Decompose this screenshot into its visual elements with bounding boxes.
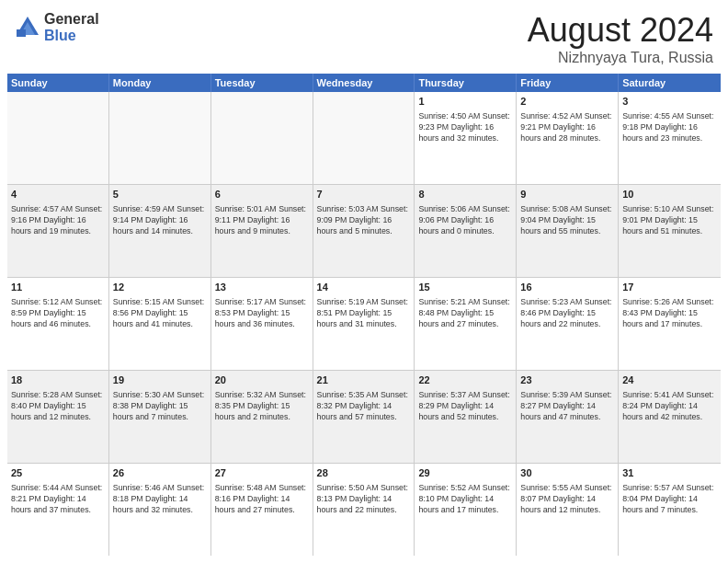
calendar-cell-r1-c5: 9Sunrise: 5:08 AM Sunset: 9:04 PM Daylig… (517, 185, 619, 277)
calendar-cell-r3-c5: 23Sunrise: 5:39 AM Sunset: 8:27 PM Dayli… (517, 371, 619, 463)
calendar-cell-r0-c3 (313, 92, 415, 184)
calendar-cell-r3-c1: 19Sunrise: 5:30 AM Sunset: 8:38 PM Dayli… (109, 371, 211, 463)
calendar-cell-r0-c4: 1Sunrise: 4:50 AM Sunset: 9:23 PM Daylig… (415, 92, 517, 184)
day-number: 22 (418, 373, 512, 387)
weekday-sunday: Sunday (7, 74, 109, 92)
day-info: Sunrise: 5:06 AM Sunset: 9:06 PM Dayligh… (418, 203, 512, 237)
calendar-cell-r0-c1 (109, 92, 211, 184)
day-number: 30 (520, 466, 614, 480)
day-info: Sunrise: 5:52 AM Sunset: 8:10 PM Dayligh… (418, 482, 512, 516)
day-info: Sunrise: 5:03 AM Sunset: 9:09 PM Dayligh… (317, 203, 411, 237)
day-number: 14 (317, 281, 411, 294)
calendar-cell-r1-c1: 5Sunrise: 4:59 AM Sunset: 9:14 PM Daylig… (109, 185, 211, 277)
day-number: 23 (520, 373, 614, 387)
day-info: Sunrise: 5:21 AM Sunset: 8:48 PM Dayligh… (418, 296, 512, 330)
day-number: 1 (418, 95, 512, 109)
day-number: 3 (622, 95, 717, 109)
day-info: Sunrise: 5:48 AM Sunset: 8:16 PM Dayligh… (215, 482, 309, 516)
calendar-cell-r2-c2: 13Sunrise: 5:17 AM Sunset: 8:53 PM Dayli… (211, 278, 313, 370)
day-number: 13 (215, 281, 309, 294)
calendar-cell-r3-c0: 18Sunrise: 5:28 AM Sunset: 8:40 PM Dayli… (7, 371, 109, 463)
day-number: 11 (11, 281, 105, 294)
day-info: Sunrise: 5:15 AM Sunset: 8:56 PM Dayligh… (113, 296, 207, 330)
day-info: Sunrise: 5:37 AM Sunset: 8:29 PM Dayligh… (418, 389, 512, 423)
day-number: 19 (113, 373, 207, 387)
day-info: Sunrise: 5:01 AM Sunset: 9:11 PM Dayligh… (215, 203, 309, 237)
day-number: 20 (215, 373, 309, 387)
calendar-row-2: 11Sunrise: 5:12 AM Sunset: 8:59 PM Dayli… (7, 278, 721, 371)
logo-icon (15, 15, 40, 40)
day-info: Sunrise: 4:57 AM Sunset: 9:16 PM Dayligh… (11, 203, 105, 237)
calendar-cell-r1-c6: 10Sunrise: 5:10 AM Sunset: 9:01 PM Dayli… (619, 185, 721, 277)
day-number: 4 (11, 188, 105, 201)
day-info: Sunrise: 5:50 AM Sunset: 8:13 PM Dayligh… (317, 482, 411, 516)
calendar-cell-r3-c6: 24Sunrise: 5:41 AM Sunset: 8:24 PM Dayli… (619, 371, 721, 463)
calendar-cell-r4-c0: 25Sunrise: 5:44 AM Sunset: 8:21 PM Dayli… (7, 464, 109, 556)
calendar-cell-r4-c1: 26Sunrise: 5:46 AM Sunset: 8:18 PM Dayli… (109, 464, 211, 556)
day-info: Sunrise: 5:26 AM Sunset: 8:43 PM Dayligh… (622, 296, 717, 330)
day-number: 18 (11, 373, 105, 387)
calendar-cell-r2-c6: 17Sunrise: 5:26 AM Sunset: 8:43 PM Dayli… (619, 278, 721, 370)
day-info: Sunrise: 5:32 AM Sunset: 8:35 PM Dayligh… (215, 389, 309, 423)
day-number: 7 (317, 188, 411, 201)
day-number: 29 (418, 466, 512, 480)
day-info: Sunrise: 5:08 AM Sunset: 9:04 PM Dayligh… (520, 203, 614, 237)
calendar-cell-r1-c3: 7Sunrise: 5:03 AM Sunset: 9:09 PM Daylig… (313, 185, 415, 277)
day-number: 5 (113, 188, 207, 201)
calendar-cell-r1-c2: 6Sunrise: 5:01 AM Sunset: 9:11 PM Daylig… (211, 185, 313, 277)
svg-rect-2 (17, 29, 26, 37)
day-number: 21 (317, 373, 411, 387)
weekday-monday: Monday (109, 74, 211, 92)
weekday-thursday: Thursday (415, 74, 517, 92)
weekday-wednesday: Wednesday (313, 74, 415, 92)
calendar-cell-r0-c2 (211, 92, 313, 184)
calendar-row-1: 4Sunrise: 4:57 AM Sunset: 9:16 PM Daylig… (7, 185, 721, 278)
day-info: Sunrise: 4:55 AM Sunset: 9:18 PM Dayligh… (622, 110, 717, 144)
day-number: 25 (11, 466, 105, 480)
day-info: Sunrise: 5:19 AM Sunset: 8:51 PM Dayligh… (317, 296, 411, 330)
day-number: 16 (520, 281, 614, 294)
calendar-cell-r4-c4: 29Sunrise: 5:52 AM Sunset: 8:10 PM Dayli… (415, 464, 517, 556)
header: General Blue August 2024 Nizhnyaya Tura,… (0, 0, 728, 74)
day-info: Sunrise: 5:46 AM Sunset: 8:18 PM Dayligh… (113, 482, 207, 516)
logo-blue: Blue (44, 28, 99, 44)
day-number: 6 (215, 188, 309, 201)
day-info: Sunrise: 5:44 AM Sunset: 8:21 PM Dayligh… (11, 482, 105, 516)
calendar-cell-r3-c2: 20Sunrise: 5:32 AM Sunset: 8:35 PM Dayli… (211, 371, 313, 463)
calendar-cell-r1-c4: 8Sunrise: 5:06 AM Sunset: 9:06 PM Daylig… (415, 185, 517, 277)
calendar-cell-r0-c6: 3Sunrise: 4:55 AM Sunset: 9:18 PM Daylig… (619, 92, 721, 184)
calendar-cell-r3-c4: 22Sunrise: 5:37 AM Sunset: 8:29 PM Dayli… (415, 371, 517, 463)
weekday-saturday: Saturday (619, 74, 721, 92)
calendar-cell-r4-c2: 27Sunrise: 5:48 AM Sunset: 8:16 PM Dayli… (211, 464, 313, 556)
calendar-cell-r3-c3: 21Sunrise: 5:35 AM Sunset: 8:32 PM Dayli… (313, 371, 415, 463)
calendar-header: Sunday Monday Tuesday Wednesday Thursday… (7, 74, 721, 92)
calendar-row-3: 18Sunrise: 5:28 AM Sunset: 8:40 PM Dayli… (7, 371, 721, 464)
day-info: Sunrise: 5:12 AM Sunset: 8:59 PM Dayligh… (11, 296, 105, 330)
calendar-cell-r1-c0: 4Sunrise: 4:57 AM Sunset: 9:16 PM Daylig… (7, 185, 109, 277)
title-area: August 2024 Nizhnyaya Tura, Russia (528, 11, 713, 66)
logo-text: General Blue (44, 11, 99, 43)
day-info: Sunrise: 4:52 AM Sunset: 9:21 PM Dayligh… (520, 110, 614, 144)
day-info: Sunrise: 5:35 AM Sunset: 8:32 PM Dayligh… (317, 389, 411, 423)
calendar-cell-r2-c5: 16Sunrise: 5:23 AM Sunset: 8:46 PM Dayli… (517, 278, 619, 370)
day-number: 12 (113, 281, 207, 294)
calendar-body: 1Sunrise: 4:50 AM Sunset: 9:23 PM Daylig… (7, 92, 721, 556)
day-number: 10 (622, 188, 717, 201)
day-number: 9 (520, 188, 614, 201)
day-number: 8 (418, 188, 512, 201)
weekday-tuesday: Tuesday (211, 74, 313, 92)
day-number: 15 (418, 281, 512, 294)
logo: General Blue (15, 11, 99, 43)
calendar: Sunday Monday Tuesday Wednesday Thursday… (0, 74, 728, 563)
page: General Blue August 2024 Nizhnyaya Tura,… (0, 0, 728, 563)
day-info: Sunrise: 5:30 AM Sunset: 8:38 PM Dayligh… (113, 389, 207, 423)
day-number: 31 (622, 466, 717, 480)
day-info: Sunrise: 5:23 AM Sunset: 8:46 PM Dayligh… (520, 296, 614, 330)
calendar-row-0: 1Sunrise: 4:50 AM Sunset: 9:23 PM Daylig… (7, 92, 721, 185)
day-number: 26 (113, 466, 207, 480)
calendar-cell-r0-c0 (7, 92, 109, 184)
logo-general: General (44, 11, 99, 28)
day-number: 28 (317, 466, 411, 480)
calendar-cell-r2-c0: 11Sunrise: 5:12 AM Sunset: 8:59 PM Dayli… (7, 278, 109, 370)
calendar-cell-r4-c6: 31Sunrise: 5:57 AM Sunset: 8:04 PM Dayli… (619, 464, 721, 556)
